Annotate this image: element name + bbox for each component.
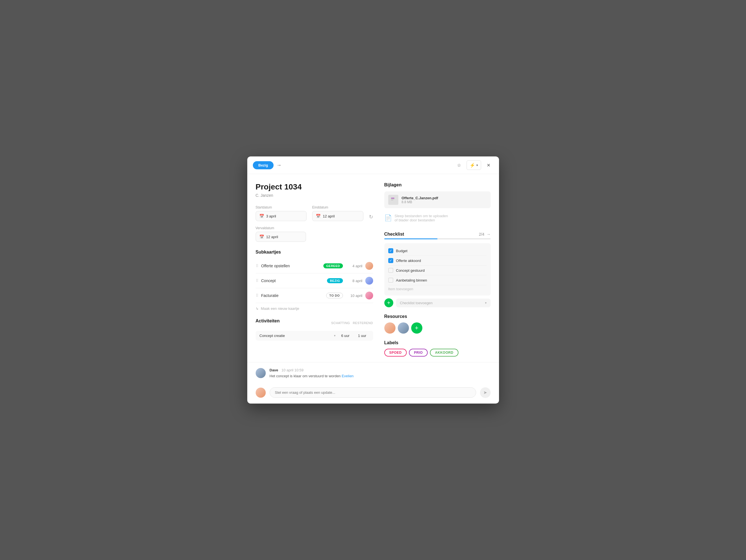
- startdatum-value: 3 april: [266, 214, 276, 218]
- comment-input-row: ➤: [256, 385, 491, 398]
- right-column: Bijlagen Offerte_C.Janzen.pdf 8.8 MB 📄: [384, 183, 491, 357]
- checklist-label-concept: Concept gestuurd: [396, 269, 425, 273]
- refresh-button[interactable]: ↻: [369, 214, 373, 221]
- subcard-row: ⠿ Facturatie TO DO 10 april: [256, 288, 373, 303]
- resource-avatar-2: [398, 323, 409, 334]
- comment-input[interactable]: [270, 387, 476, 398]
- star-button[interactable]: ☆: [454, 160, 464, 170]
- checkbox-budget[interactable]: ✓: [388, 248, 393, 253]
- drop-text-line2: of blader door bestanden: [395, 218, 448, 222]
- act-header: Activiteiten SCHATTING RESTEREND: [256, 318, 373, 328]
- svg-rect-3: [391, 200, 393, 200]
- einddatum-value: 12 april: [323, 214, 335, 218]
- chevron-down-icon: ▾: [334, 334, 336, 337]
- status-badge-todo: TO DO: [326, 293, 343, 298]
- einddatum-field: Einddatum 📅 12 april: [312, 205, 363, 221]
- status-button[interactable]: Bezig: [253, 161, 274, 169]
- avatar: [365, 291, 373, 300]
- checklist-header: Checklist 2/4 →: [384, 232, 491, 237]
- label-akkoord[interactable]: AKKOORD: [430, 349, 458, 357]
- add-checklist-button[interactable]: +: [384, 298, 393, 307]
- checkbox-offerte[interactable]: ✓: [388, 258, 393, 263]
- vervaldatum-value: 12 april: [266, 235, 278, 239]
- checklist-item: Aanbetaling binnen: [388, 275, 487, 285]
- checklist-arrow-icon: →: [487, 232, 491, 236]
- project-title: Project 1034: [256, 183, 373, 191]
- svg-rect-2: [391, 199, 394, 199]
- startdatum-label: Startdatum: [256, 205, 307, 209]
- calendar-icon: 📅: [259, 214, 264, 218]
- send-button[interactable]: ➤: [480, 387, 491, 398]
- drag-icon[interactable]: ⠿: [256, 278, 258, 283]
- file-item[interactable]: Offerte_C.Janzen.pdf 8.8 MB: [384, 191, 491, 208]
- checklist-item: ✓ Budget: [388, 246, 487, 256]
- comment: Dave 10 april 10:59 Het concept is klaar…: [256, 368, 491, 379]
- checkbox-aanbetaling[interactable]: [388, 278, 393, 283]
- drop-zone[interactable]: 📄 Sleep bestanden om te uploaden of blad…: [384, 211, 491, 225]
- comment-body: Dave 10 april 10:59 Het concept is klaar…: [270, 368, 354, 379]
- checklist-meta: 2/4 →: [479, 232, 490, 236]
- subcard-date: 8 april: [346, 279, 363, 283]
- status-badge-gereed: GEREED: [323, 263, 343, 269]
- subcard-name: Facturatie: [261, 293, 324, 298]
- new-card-label: Maak een nieuw kaartje: [261, 306, 299, 311]
- top-bar: Bezig → ☆ ⚡ ▾ ✕: [247, 157, 499, 174]
- subkaartjes-title: Subkaartjes: [256, 250, 373, 255]
- add-resource-button[interactable]: +: [411, 323, 422, 334]
- file-size: 8.8 MB: [402, 200, 438, 204]
- labels-row: SPOED PRIO AKKOORD: [384, 349, 491, 357]
- file-icon: [388, 195, 398, 205]
- bijlagen-title: Bijlagen: [384, 183, 491, 188]
- activity-name: Concept creatie: [260, 334, 285, 338]
- checklist-label-budget: Budget: [396, 249, 407, 253]
- activiteiten-title: Activiteiten: [256, 318, 280, 324]
- subcard-name: Offerte opstellen: [261, 263, 321, 268]
- checklist-select[interactable]: Checklist toevoegen ▾: [396, 299, 491, 307]
- comment-author: Dave: [270, 368, 278, 372]
- subcard-date: 10 april: [346, 293, 363, 298]
- resterend-value: 1 uur: [355, 334, 369, 338]
- new-card-link[interactable]: ↳ Maak een nieuw kaartje: [256, 306, 373, 311]
- lightning-icon: ⚡: [470, 163, 475, 168]
- comment-meta: Dave 10 april 10:59: [270, 368, 354, 372]
- add-checklist-row: + Checklist toevoegen ▾: [384, 298, 491, 307]
- label-prio[interactable]: PRIO: [409, 349, 428, 357]
- comment-text: Het concept is klaar om verstuurd te wor…: [270, 373, 354, 379]
- comment-mention-link[interactable]: Evelien: [342, 374, 353, 378]
- drag-icon[interactable]: ⠿: [256, 293, 258, 298]
- status-badge-bezig: BEZIG: [327, 278, 343, 283]
- next-arrow-button[interactable]: →: [276, 162, 281, 168]
- checklist-item: Concept gestuurd: [388, 265, 487, 275]
- subkaartjes-list: ⠿ Offerte opstellen GEREED 4 april ⠿ Con…: [256, 259, 373, 303]
- svg-rect-1: [391, 198, 394, 198]
- einddatum-input[interactable]: 📅 12 april: [312, 211, 363, 221]
- file-name: Offerte_C.Janzen.pdf: [402, 196, 438, 200]
- checklist-placeholder: Checklist toevoegen: [400, 301, 433, 305]
- resources-title: Resources: [384, 314, 491, 319]
- return-icon: ↳: [256, 306, 259, 311]
- close-button[interactable]: ✕: [484, 160, 493, 170]
- checklist-item: ✓ Offerte akkoord: [388, 256, 487, 265]
- comment-time: 10 april 10:59: [281, 368, 304, 372]
- checklist-title: Checklist: [384, 232, 404, 237]
- dropdown-arrow-icon: ▾: [476, 163, 478, 167]
- resource-avatar-1: [384, 323, 396, 334]
- drag-icon[interactable]: ⠿: [256, 263, 258, 268]
- vervaldatum-input[interactable]: 📅 12 april: [256, 232, 306, 242]
- checklist-items: ✓ Budget ✓ Offerte akkoord Concept gestu…: [384, 243, 491, 296]
- top-bar-right: ☆ ⚡ ▾ ✕: [454, 160, 493, 170]
- dates-row: Startdatum 📅 3 april Einddatum 📅 12 apri…: [256, 205, 373, 221]
- add-item-label[interactable]: Item toevoegen: [388, 285, 487, 293]
- drop-text: Sleep bestanden om te uploaden of blader…: [395, 214, 448, 222]
- checkbox-concept[interactable]: [388, 268, 393, 273]
- avatar: [365, 277, 373, 285]
- resources-row: +: [384, 323, 491, 334]
- activity-select[interactable]: Concept creatie ▾: [260, 334, 336, 338]
- svg-rect-0: [391, 196, 395, 203]
- lightning-button[interactable]: ⚡ ▾: [466, 160, 481, 170]
- subcard-row: ⠿ Concept BEZIG 8 april: [256, 274, 373, 288]
- label-spoed[interactable]: SPOED: [384, 349, 407, 357]
- startdatum-input[interactable]: 📅 3 april: [256, 211, 307, 221]
- activiteiten-section: Activiteiten SCHATTING RESTEREND Concept…: [256, 318, 373, 341]
- checklist-count: 2/4: [479, 232, 484, 236]
